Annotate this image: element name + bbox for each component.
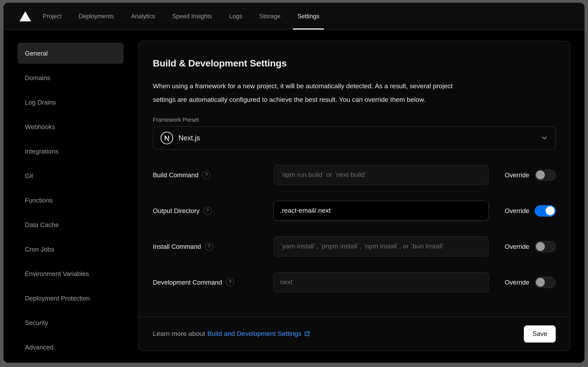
development-command-override-label: Override [504,279,529,286]
framework-preset-value: Next.js [178,134,200,142]
sidebar-item-webhooks[interactable]: Webhooks [17,116,124,137]
tab-deployments[interactable]: Deployments [79,3,114,30]
sidebar-item-log-drains[interactable]: Log Drains [17,92,124,113]
vercel-triangle-logo[interactable] [19,3,31,30]
sidebar-item-deployment-protection[interactable]: Deployment Protection [17,288,124,309]
tab-settings[interactable]: Settings [297,3,319,30]
question-mark-icon[interactable]: ? [205,242,213,250]
sidebar-item-domains[interactable]: Domains [17,67,124,88]
link-label: Build and Development Settings [207,330,301,338]
chevron-down-icon [541,134,548,142]
nav-tabs: ProjectDeploymentsAnalyticsSpeed Insight… [43,3,319,30]
sidebar-item-general[interactable]: General [17,43,124,64]
top-nav: ProjectDeploymentsAnalyticsSpeed Insight… [3,3,585,30]
settings-rows: Build Command?OverrideOutput Directory?O… [153,165,556,292]
build-command-input[interactable] [273,165,489,185]
tab-speed-insights[interactable]: Speed Insights [172,3,212,30]
install-command-override-toggle[interactable] [535,241,556,252]
nextjs-logo-icon [160,131,173,145]
sidebar-item-security[interactable]: Security [17,312,124,333]
output-directory-override-group: Override [504,205,556,216]
sidebar-item-data-cache[interactable]: Data Cache [17,214,124,235]
output-directory-override-label: Override [504,207,529,214]
output-directory-input[interactable] [273,200,489,221]
output-directory-override-toggle[interactable] [535,205,556,216]
question-mark-icon[interactable]: ? [203,207,211,215]
card-footer: Learn more about Build and Development S… [139,317,570,351]
install-command-label: Install Command [153,243,201,250]
build-command-label: Build Command [153,171,199,179]
tab-analytics[interactable]: Analytics [131,3,155,30]
toggle-knob [536,278,545,287]
toggle-knob [536,170,545,179]
sidebar-item-integrations[interactable]: Integrations [17,141,124,162]
install-command-override-label: Override [504,243,529,250]
setting-row-development-command: Development Command?Override [153,272,556,292]
build-command-override-group: Override [504,169,556,181]
sidebar-item-cron-jobs[interactable]: Cron Jobs [17,239,124,260]
development-command-label: Development Command [153,279,222,286]
setting-row-build-command: Build Command?Override [153,165,556,185]
setting-row-install-command: Install Command?Override [153,236,556,257]
card-body: Build & Development Settings When using … [139,41,570,317]
page-title: Build & Development Settings [153,58,556,69]
development-command-override-toggle[interactable] [535,277,556,288]
sidebar-item-environment-variables[interactable]: Environment Variables [17,263,124,284]
development-command-input[interactable] [273,272,489,292]
tab-storage[interactable]: Storage [259,3,281,30]
screen: ProjectDeploymentsAnalyticsSpeed Insight… [0,0,588,367]
build-dev-settings-link[interactable]: Build and Development Settings [207,330,310,338]
install-command-override-group: Override [504,241,556,252]
setting-row-output-directory: Output Directory?Override [153,200,556,221]
tab-project[interactable]: Project [43,3,62,30]
framework-preset-select[interactable]: Next.js [153,126,556,150]
learn-more-prefix: Learn more about [153,330,205,338]
save-button[interactable]: Save [524,325,556,342]
tab-logs[interactable]: Logs [229,3,242,30]
question-mark-icon[interactable]: ? [226,278,234,286]
app-window: ProjectDeploymentsAnalyticsSpeed Insight… [3,3,585,363]
settings-sidebar: GeneralDomainsLog DrainsWebhooksIntegrat… [17,43,124,361]
build-command-label-group: Build Command? [153,171,273,179]
sidebar-item-git[interactable]: Git [17,165,124,186]
triangle-icon [19,11,31,21]
learn-more-text: Learn more about Build and Development S… [153,330,310,338]
toggle-knob [536,242,545,251]
build-command-override-label: Override [504,171,529,179]
sidebar-item-advanced[interactable]: Advanced [17,337,124,358]
card-description: When using a framework for a new project… [153,79,556,107]
sidebar-item-functions[interactable]: Functions [17,190,124,211]
external-link-icon [304,330,310,337]
install-command-input[interactable] [273,236,489,257]
build-command-override-toggle[interactable] [535,169,556,181]
question-mark-icon[interactable]: ? [202,171,210,179]
toggle-knob [546,206,554,215]
output-directory-label-group: Output Directory? [153,207,273,215]
framework-preset-label: Framework Preset [153,117,556,123]
build-dev-settings-card: Build & Development Settings When using … [138,41,570,351]
install-command-label-group: Install Command? [153,242,273,250]
output-directory-label: Output Directory [153,207,200,214]
development-command-override-group: Override [504,277,556,288]
development-command-label-group: Development Command? [153,278,273,286]
